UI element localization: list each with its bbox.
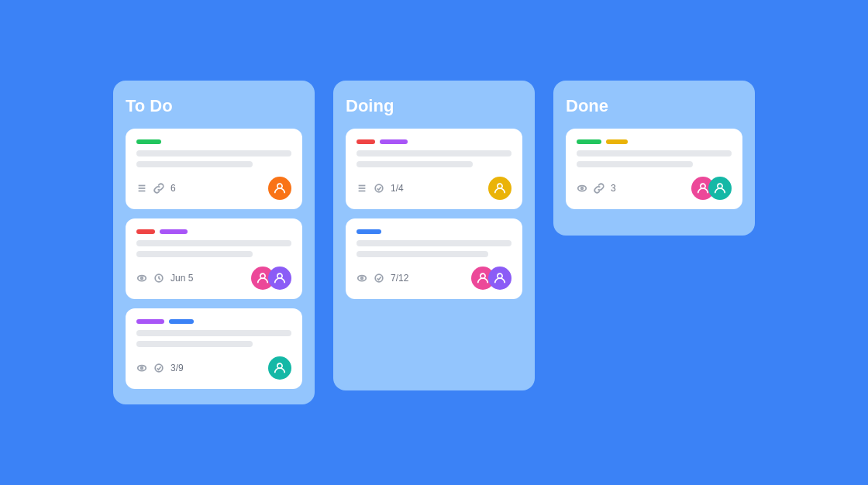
card-footer: 3/9 [136,356,291,380]
eye-icon [577,183,587,194]
avatar-group [471,267,512,290]
card-line [136,161,253,167]
check-circle-icon [153,363,164,373]
column-todo-title: To Do [126,96,302,116]
card-line [136,330,291,336]
svg-point-9 [138,366,146,371]
meta-value: 1/4 [391,183,404,194]
card-meta: 6 [136,183,176,194]
meta-value: 6 [170,183,176,194]
svg-point-24 [581,187,584,190]
avatar [268,356,291,380]
svg-point-19 [361,277,363,280]
card-done-1[interactable]: 3 [566,129,742,209]
svg-point-4 [138,276,146,281]
card-footer: 7/12 [356,267,512,290]
card-todo-2[interactable]: Jun 5 [126,218,302,299]
card-line [136,341,253,347]
tag-purple [160,229,188,234]
card-line [356,251,488,257]
card-tags [356,139,512,144]
tag-green [136,139,161,144]
card-line [356,150,512,157]
link-icon [153,183,164,194]
card-line [136,150,291,157]
eye-icon [356,273,367,284]
tag-blue [356,229,381,234]
eye-icon [136,363,147,373]
avatar [708,177,732,200]
meta-value: 3/9 [170,363,184,373]
tag-purple [380,139,408,144]
card-meta: 1/4 [356,183,404,194]
card-todo-1[interactable]: 6 [126,129,302,209]
tag-red [356,139,375,144]
meta-value: 7/12 [391,273,408,284]
column-todo: To Do 6 [113,81,315,404]
card-tags [356,229,512,234]
card-footer: 6 [136,177,291,200]
card-doing-1[interactable]: 1/4 [346,129,522,209]
check-circle-icon [374,183,384,194]
meta-value: 3 [611,183,616,194]
svg-point-18 [358,276,367,281]
card-line [577,150,732,157]
tag-purple [136,319,164,324]
card-tags [577,139,732,144]
card-line [136,240,291,246]
avatar [268,177,291,200]
column-done-title: Done [566,96,742,116]
column-done: Done 3 [553,81,755,236]
list-icon [356,183,367,194]
card-footer: 3 [577,177,732,200]
card-tags [136,139,291,144]
card-meta: Jun 5 [136,273,193,284]
card-todo-3[interactable]: 3/9 [126,308,302,389]
svg-point-10 [141,367,143,370]
avatar [268,267,291,290]
tag-blue [169,319,194,324]
avatar-group [691,177,732,200]
kanban-board: To Do 6 [113,81,755,404]
tag-yellow [606,139,628,144]
eye-icon [136,273,147,284]
avatar-group [251,267,291,290]
tag-red [136,229,155,234]
link-icon [594,183,604,194]
card-footer: 1/4 [356,177,512,200]
card-meta: 7/12 [356,273,408,284]
svg-point-23 [578,186,587,191]
column-doing: Doing 1/4 [333,81,535,390]
card-footer: Jun 5 [136,267,291,290]
avatar [488,177,512,200]
card-tags [136,319,291,324]
card-tags [136,229,291,234]
meta-value: Jun 5 [170,273,193,284]
tag-green [577,139,601,144]
card-line [577,161,693,167]
column-doing-title: Doing [346,96,522,116]
list-icon [136,183,147,194]
card-doing-2[interactable]: 7/12 [346,218,522,299]
svg-point-16 [375,184,383,192]
card-meta: 3 [577,183,616,194]
card-line [356,240,512,246]
avatar [488,267,512,290]
clock-icon [153,273,164,284]
svg-point-20 [375,274,383,282]
card-line [356,161,473,167]
card-line [136,251,253,257]
svg-point-5 [141,277,143,280]
svg-point-11 [155,364,163,372]
check-circle-icon [374,273,384,284]
card-meta: 3/9 [136,363,184,373]
